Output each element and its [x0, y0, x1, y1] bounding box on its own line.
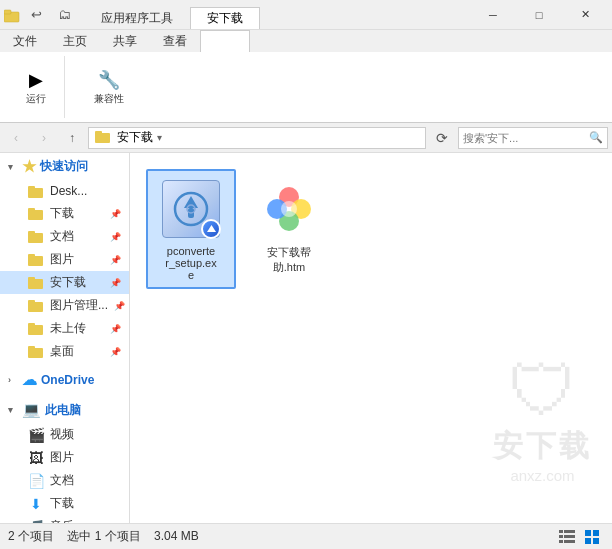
search-input[interactable]	[463, 132, 585, 144]
title-tab-apptool[interactable]: 应用程序工具	[84, 7, 190, 29]
svg-marker-21	[184, 196, 198, 208]
maximize-button[interactable]: □	[516, 0, 562, 30]
folder-icon	[28, 298, 44, 314]
ribbon-tab-home[interactable]: 主页	[50, 30, 100, 52]
sidebar-item-unuploaded[interactable]: 未上传 📌	[0, 317, 129, 340]
refresh-button[interactable]: ⟳	[430, 126, 454, 150]
chevron-down-icon: ▾	[8, 405, 18, 415]
quick-access-undo[interactable]: ↩	[24, 3, 48, 27]
pin-icon: 📌	[110, 278, 121, 288]
sidebar-item-desktopb[interactable]: 桌面 📌	[0, 340, 129, 363]
folder-icon	[28, 275, 44, 291]
svg-rect-9	[28, 231, 35, 235]
folder-icon	[28, 344, 44, 360]
file-item-exe[interactable]: pconverte r_setup.ex e	[146, 169, 236, 289]
svg-rect-34	[559, 540, 563, 543]
svg-rect-37	[593, 530, 599, 536]
sidebar-item-anxiazai[interactable]: 安下载 📌	[0, 271, 129, 294]
watermark-sub: anxz.com	[510, 467, 574, 484]
window-controls: ─ □ ✕	[470, 0, 608, 30]
compat-label: 兼容性	[94, 92, 124, 106]
ribbon-btn-run[interactable]: ▶ 运行	[16, 66, 56, 108]
ribbon: 文件 主页 共享 查看 管理 ▶ 运行 🔧 兼容性	[0, 30, 612, 123]
ribbon-tab-manage[interactable]: 管理	[200, 30, 250, 52]
svg-rect-35	[564, 540, 575, 543]
view-large-icon-button[interactable]	[582, 526, 604, 548]
address-bar: ‹ › ↑ 安下载 ▾ ⟳ 🔍	[0, 123, 612, 153]
svg-rect-38	[585, 538, 591, 544]
sidebar-item-document[interactable]: 📄 文档	[0, 469, 129, 492]
sidebar-item-label: 未上传	[50, 320, 86, 337]
nav-up-button[interactable]: ↑	[60, 126, 84, 150]
svg-rect-32	[559, 535, 563, 538]
svg-rect-13	[28, 277, 35, 281]
watermark: 🛡 安下载 anxz.com	[493, 356, 592, 484]
svg-rect-7	[28, 208, 35, 212]
sidebar-item-picture[interactable]: 🖼 图片	[0, 446, 129, 469]
title-tab-download[interactable]: 安下载	[190, 7, 260, 29]
document-icon: 📄	[28, 473, 44, 489]
view-details-button[interactable]	[556, 526, 578, 548]
file-item-htm[interactable]: 安下载帮 助.htm	[244, 169, 334, 289]
svg-rect-5	[28, 186, 35, 190]
sidebar-item-label: Desk...	[50, 184, 87, 198]
sidebar-quick-access-header[interactable]: ▾ ★ 快速访问	[0, 153, 129, 180]
computer-label: 此电脑	[45, 402, 81, 419]
ribbon-btn-compat[interactable]: 🔧 兼容性	[89, 66, 129, 108]
file-name-htm: 安下载帮 助.htm	[267, 245, 311, 275]
svg-rect-30	[559, 530, 563, 533]
pin-icon: 📌	[110, 324, 121, 334]
file-name-exe: pconverte r_setup.ex e	[165, 245, 216, 281]
view-controls	[556, 526, 604, 548]
title-bar-left: ↩ 🗂	[4, 3, 76, 27]
content-area: pconverte r_setup.ex e	[130, 153, 612, 524]
sidebar-computer-header[interactable]: ▾ 💻 此电脑	[0, 397, 129, 423]
ribbon-group-run: ▶ 运行	[8, 56, 65, 118]
sidebar-item-video[interactable]: 🎬 视频	[0, 423, 129, 446]
ribbon-group-compat: 🔧 兼容性	[81, 56, 137, 118]
main-area: ▾ ★ 快速访问 Desk... 下载 📌 文档 📌	[0, 153, 612, 524]
chevron-down-icon: ▾	[8, 162, 18, 172]
folder-icon-title	[4, 7, 20, 23]
address-path[interactable]: 安下载 ▾	[88, 127, 426, 149]
svg-rect-11	[28, 254, 35, 258]
sidebar-onedrive-header[interactable]: › ☁ OneDrive	[0, 367, 129, 393]
quick-access-properties[interactable]: 🗂	[52, 3, 76, 27]
close-button[interactable]: ✕	[562, 0, 608, 30]
sidebar: ▾ ★ 快速访问 Desk... 下载 📌 文档 📌	[0, 153, 130, 524]
title-tabs: 应用程序工具 安下载	[84, 0, 470, 29]
folder-icon	[28, 183, 44, 199]
status-bar: 2 个项目 选中 1 个项目 3.04 MB	[0, 523, 612, 549]
sidebar-item-label: 文档	[50, 472, 74, 489]
picture-icon: 🖼	[28, 450, 44, 466]
htm-icon	[257, 177, 321, 241]
ribbon-tab-file[interactable]: 文件	[0, 30, 50, 52]
address-chevron: ▾	[157, 132, 162, 143]
download-icon: ⬇	[28, 496, 44, 512]
nav-back-button[interactable]: ‹	[4, 126, 28, 150]
nav-forward-button[interactable]: ›	[32, 126, 56, 150]
cloud-icon: ☁	[22, 371, 37, 389]
svg-rect-33	[564, 535, 575, 538]
pin-icon: 📌	[110, 255, 121, 265]
ribbon-tab-share[interactable]: 共享	[100, 30, 150, 52]
svg-point-29	[281, 201, 297, 217]
file-size: 3.04 MB	[154, 529, 199, 543]
sidebar-item-desktop[interactable]: Desk...	[0, 180, 129, 202]
folder-icon	[28, 252, 44, 268]
compat-icon: 🔧	[97, 68, 121, 92]
sidebar-item-download-pc[interactable]: ⬇ 下载	[0, 492, 129, 515]
ribbon-tab-view[interactable]: 查看	[150, 30, 200, 52]
video-icon: 🎬	[28, 427, 44, 443]
star-icon: ★	[22, 157, 36, 176]
sidebar-item-label: 图片管理...	[50, 297, 108, 314]
sidebar-item-picmgr[interactable]: 图片管理... 📌	[0, 294, 129, 317]
minimize-button[interactable]: ─	[470, 0, 516, 30]
chevron-right-icon: ›	[8, 375, 18, 385]
sidebar-item-pics[interactable]: 图片 📌	[0, 248, 129, 271]
svg-rect-31	[564, 530, 575, 533]
address-text: 安下载	[117, 129, 153, 146]
sidebar-item-docs[interactable]: 文档 📌	[0, 225, 129, 248]
run-label: 运行	[26, 92, 46, 106]
sidebar-item-downloads[interactable]: 下载 📌	[0, 202, 129, 225]
